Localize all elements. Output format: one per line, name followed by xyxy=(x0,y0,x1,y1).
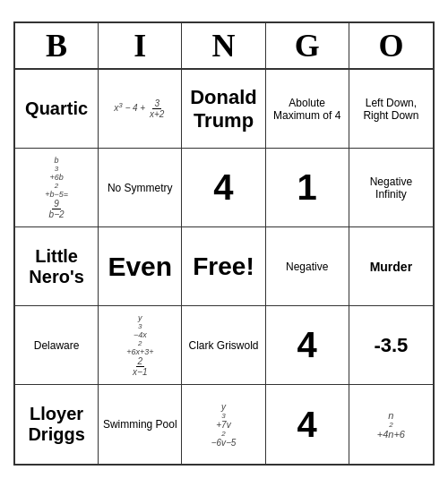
cell-r4c2-text: y3−4x2+6x+3+ 2 x−1 xyxy=(102,310,177,380)
cell-r2c5: Negative Infinity xyxy=(349,149,433,227)
cell-r2c1-text: b3+6b2+b−5= 9 b−2 xyxy=(19,152,94,223)
cell-r3c2: Even xyxy=(99,227,182,306)
cell-r1c1: Quartic xyxy=(15,70,99,149)
cell-r1c3-text: Donald Trump xyxy=(185,73,261,144)
cell-r4c2: y3−4x2+6x+3+ 2 x−1 xyxy=(99,306,182,385)
cell-r2c4: 1 xyxy=(266,149,349,227)
header-i: I xyxy=(99,23,182,68)
cell-r2c1: b3+6b2+b−5= 9 b−2 xyxy=(15,149,99,227)
cell-r4c1-text: Delaware xyxy=(19,310,94,380)
cell-r1c4-text: Abolute Maximum of 4 xyxy=(270,73,345,144)
cell-r4c4-text: 4 xyxy=(270,310,345,380)
cell-r4c3-text: Clark Griswold xyxy=(185,310,261,380)
cell-r5c1: Lloyer Driggs xyxy=(15,385,99,464)
cell-r5c2-text: Swimming Pool xyxy=(102,389,177,460)
cell-r2c3-text: 4 xyxy=(185,152,261,223)
bingo-grid: Quartic x3 − 4 + 3 x+2 Donald Trump Abol… xyxy=(15,70,433,464)
cell-r3c3-text: Free! xyxy=(185,231,261,302)
cell-r4c3: Clark Griswold xyxy=(182,306,265,385)
cell-r1c3: Donald Trump xyxy=(182,70,265,149)
cell-r5c3-text: y3+7v2−6v−5 xyxy=(185,389,261,460)
cell-r5c5-text: n2+4n+6 xyxy=(353,389,429,460)
cell-r3c5-text: Murder xyxy=(353,231,429,302)
cell-r2c5-text: Negative Infinity xyxy=(353,152,429,223)
cell-r5c2: Swimming Pool xyxy=(99,385,182,464)
cell-r3c1: Little Nero's xyxy=(15,227,99,306)
cell-r1c2-text: x3 − 4 + 3 x+2 xyxy=(102,73,177,144)
cell-r4c4: 4 xyxy=(266,306,349,385)
cell-r1c5-text: Left Down, Right Down xyxy=(353,73,429,144)
cell-r4c5-text: -3.5 xyxy=(353,310,429,380)
cell-r3c2-text: Even xyxy=(102,231,177,302)
bingo-card: B I N G O Quartic x3 − 4 + 3 x+2 Donald … xyxy=(13,21,435,466)
header-n: N xyxy=(182,23,265,68)
cell-r5c4: 4 xyxy=(266,385,349,464)
cell-r3c1-text: Little Nero's xyxy=(19,231,94,302)
cell-r4c1: Delaware xyxy=(15,306,99,385)
cell-r2c4-text: 1 xyxy=(270,152,345,223)
cell-r5c4-text: 4 xyxy=(270,389,345,460)
header-g: G xyxy=(266,23,349,68)
header-b: B xyxy=(15,23,99,68)
header-o: O xyxy=(349,23,433,68)
cell-r1c4: Abolute Maximum of 4 xyxy=(266,70,349,149)
cell-r1c1-text: Quartic xyxy=(19,73,94,144)
cell-r3c4: Negative xyxy=(266,227,349,306)
cell-r3c5: Murder xyxy=(349,227,433,306)
cell-r1c2: x3 − 4 + 3 x+2 xyxy=(99,70,182,149)
cell-r3c3: Free! xyxy=(182,227,265,306)
cell-r2c2: No Symmetry xyxy=(99,149,182,227)
cell-r3c4-text: Negative xyxy=(270,231,345,302)
cell-r1c5: Left Down, Right Down xyxy=(349,70,433,149)
cell-r4c5: -3.5 xyxy=(349,306,433,385)
cell-r5c3: y3+7v2−6v−5 xyxy=(182,385,265,464)
header-row: B I N G O xyxy=(15,23,433,70)
cell-r2c2-text: No Symmetry xyxy=(102,152,177,223)
cell-r2c3: 4 xyxy=(182,149,265,227)
cell-r5c1-text: Lloyer Driggs xyxy=(19,389,94,460)
cell-r5c5: n2+4n+6 xyxy=(349,385,433,464)
